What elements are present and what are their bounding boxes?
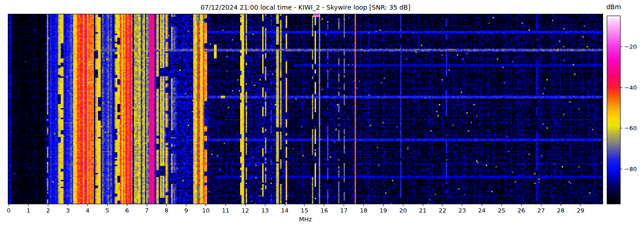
x-tick-mark [363, 204, 364, 206]
x-tick-mark [127, 204, 127, 206]
x-tick-mark [285, 204, 285, 206]
x-tick-mark [403, 204, 403, 206]
x-tick-mark [580, 204, 581, 206]
x-tick-label: 5 [99, 207, 115, 214]
x-tick-label: 0 [0, 207, 17, 214]
x-tick-mark [442, 204, 443, 206]
x-tick-mark [166, 204, 167, 206]
colorbar-gradient [607, 16, 621, 204]
x-tick-mark [265, 204, 265, 206]
colorbar-tick-label: −20 [624, 44, 637, 50]
x-tick-label: 22 [434, 207, 451, 214]
x-tick-label: 18 [355, 207, 372, 214]
x-tick-mark [9, 204, 9, 206]
x-tick-mark [521, 204, 522, 206]
x-tick-label: 14 [276, 207, 293, 214]
colorbar-tick-label: −40 [624, 85, 637, 91]
x-tick-mark [482, 204, 482, 206]
x-tick-label: 13 [257, 207, 273, 214]
x-tick-label: 16 [316, 207, 333, 214]
x-tick-label: 2 [40, 207, 57, 214]
x-tick-mark [344, 204, 344, 206]
x-tick-mark [501, 204, 502, 206]
x-tick-mark [462, 204, 462, 206]
x-tick-label: 19 [375, 207, 391, 214]
x-tick-label: 15 [296, 207, 313, 214]
x-tick-mark [186, 204, 186, 206]
x-tick-mark [324, 204, 324, 206]
x-tick-label: 21 [414, 207, 431, 214]
plot-area [8, 14, 603, 204]
x-tick-label: 20 [395, 207, 411, 214]
x-tick-mark [383, 204, 384, 206]
spectrogram-heatmap [8, 14, 603, 204]
x-tick-mark [28, 204, 29, 206]
x-tick-label: 11 [217, 207, 234, 214]
x-tick-label: 29 [572, 207, 589, 214]
x-tick-label: 10 [198, 207, 214, 214]
x-tick-mark [423, 204, 423, 206]
colorbar-tick-label: −60 [624, 125, 637, 131]
x-tick-label: 7 [138, 207, 155, 214]
figure: 07/12/2024 21:00 local time - KIWI_2 - S… [0, 0, 644, 230]
x-tick-label: 28 [552, 207, 569, 214]
x-tick-label: 4 [79, 207, 96, 214]
x-tick-label: 27 [533, 207, 549, 214]
colorbar-tick-label: −80 [624, 166, 637, 172]
colorbar-tick-mark [621, 46, 622, 47]
x-tick-mark [541, 204, 541, 206]
x-tick-label: 1 [20, 207, 37, 214]
x-tick-mark [48, 204, 48, 206]
colorbar-label: dBm [604, 3, 624, 11]
x-tick-mark [561, 204, 561, 206]
x-tick-label: 24 [474, 207, 490, 214]
x-tick-mark [87, 204, 88, 206]
x-axis-label: MHz [8, 216, 603, 223]
x-tick-label: 8 [158, 207, 175, 214]
x-tick-label: 9 [178, 207, 195, 214]
chart-title: 07/12/2024 21:00 local time - KIWI_2 - S… [8, 4, 603, 11]
x-tick-mark [304, 204, 305, 206]
colorbar-tick-mark [621, 169, 622, 169]
colorbar-tick-mark [621, 128, 622, 128]
x-tick-mark [68, 204, 68, 206]
x-tick-label: 12 [237, 207, 253, 214]
x-tick-label: 17 [336, 207, 352, 214]
x-tick-mark [107, 204, 108, 206]
x-tick-mark [147, 204, 147, 206]
x-tick-label: 26 [513, 207, 529, 214]
x-tick-label: 25 [494, 207, 510, 214]
x-tick-label: 6 [119, 207, 135, 214]
x-tick-label: 3 [60, 207, 76, 214]
x-tick-mark [225, 204, 226, 206]
colorbar-tick-mark [621, 87, 622, 88]
x-tick-label: 23 [454, 207, 471, 214]
x-tick-mark [245, 204, 246, 206]
x-tick-mark [206, 204, 206, 206]
